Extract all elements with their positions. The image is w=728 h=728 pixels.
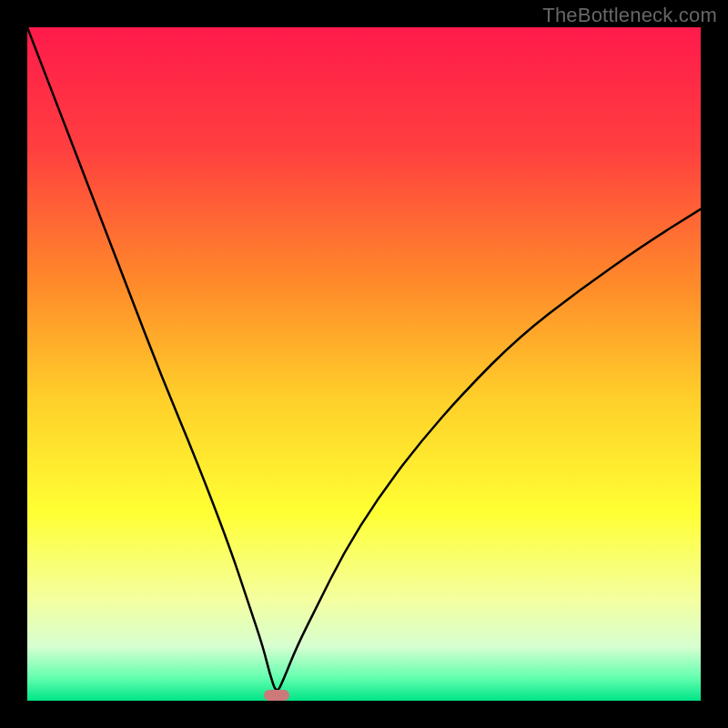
watermark-text: TheBottleneck.com [542, 4, 717, 27]
plot-area [27, 27, 701, 701]
gradient-background [27, 27, 701, 701]
min-marker [264, 690, 289, 701]
chart-frame: TheBottleneck.com [0, 0, 728, 728]
